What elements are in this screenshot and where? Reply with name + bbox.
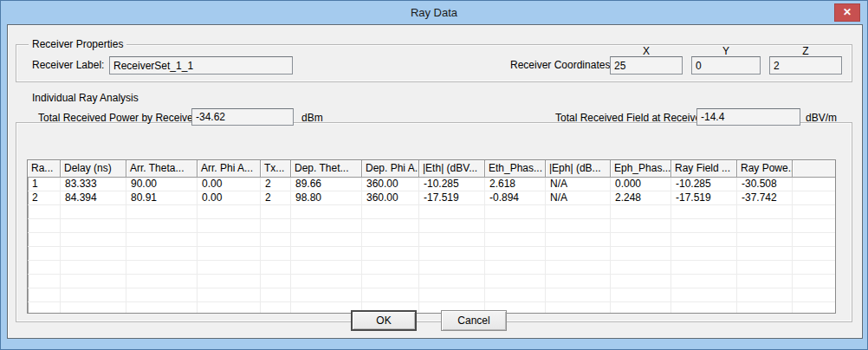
table-cell xyxy=(261,302,291,314)
table-cell: -30.508 xyxy=(737,178,793,191)
table-cell xyxy=(546,219,611,232)
table-cell xyxy=(671,302,737,314)
table-cell xyxy=(546,302,611,314)
coordinate-axis-y: Y xyxy=(691,45,761,57)
table-cell xyxy=(737,288,793,301)
table-cell: 89.66 xyxy=(291,178,362,191)
table-row[interactable]: 284.39480.910.00298.80360.00-17.519-0.89… xyxy=(28,191,835,205)
table-cell xyxy=(737,219,793,232)
table-cell-filler xyxy=(793,275,835,288)
table-row[interactable] xyxy=(28,261,835,275)
coordinate-axis-x: X xyxy=(610,45,683,57)
column-header[interactable]: |Eph| (dB... xyxy=(546,160,611,178)
table-cell xyxy=(261,219,291,232)
table-cell xyxy=(291,233,362,246)
table-cell xyxy=(546,288,611,301)
receiver-label-caption: Receiver Label: xyxy=(32,59,104,71)
cancel-button[interactable]: Cancel xyxy=(441,310,507,331)
table-cell xyxy=(546,205,611,218)
total-power-field[interactable] xyxy=(191,108,294,126)
table-cell: -17.519 xyxy=(671,191,737,204)
column-header[interactable]: Ray Field ... xyxy=(671,160,737,178)
table-cell-filler xyxy=(793,247,835,260)
close-icon[interactable]: ✕ xyxy=(834,3,860,22)
column-header[interactable]: Arr. Phi A... xyxy=(198,160,261,178)
table-cell xyxy=(261,261,291,274)
table-cell xyxy=(126,247,198,260)
table-cell xyxy=(61,233,126,246)
table-cell xyxy=(362,233,419,246)
column-header[interactable]: Delay (ns) xyxy=(61,160,126,178)
table-cell xyxy=(126,233,198,246)
table-cell xyxy=(28,247,61,260)
table-cell xyxy=(261,205,291,218)
table-cell xyxy=(61,247,126,260)
table-cell xyxy=(28,233,61,246)
table-cell xyxy=(291,247,362,260)
column-header[interactable]: Ra... xyxy=(28,160,61,178)
table-cell: -37.742 xyxy=(737,191,793,204)
table-cell xyxy=(611,247,671,260)
table-cell: 360.00 xyxy=(362,178,419,191)
ok-button[interactable]: OK xyxy=(351,310,417,331)
column-header-filler xyxy=(793,160,835,178)
table-cell xyxy=(362,219,419,232)
table-cell-filler xyxy=(793,302,835,314)
table-cell xyxy=(261,288,291,301)
table-cell-filler xyxy=(793,205,835,218)
titlebar[interactable]: Ray Data ✕ xyxy=(1,1,867,24)
table-cell xyxy=(28,288,61,301)
table-cell xyxy=(671,233,737,246)
table-row[interactable] xyxy=(28,247,835,261)
ray-table[interactable]: Ra...Delay (ns)Arr. Theta...Arr. Phi A..… xyxy=(27,159,836,314)
coordinate-y-field[interactable] xyxy=(691,56,761,75)
total-field-field[interactable] xyxy=(696,108,800,126)
table-cell xyxy=(198,261,261,274)
coordinate-x-field[interactable] xyxy=(610,56,683,75)
table-cell xyxy=(61,219,126,232)
table-cell xyxy=(485,288,546,301)
table-row[interactable] xyxy=(28,302,835,314)
table-row[interactable] xyxy=(28,219,835,233)
total-power-unit: dBm xyxy=(301,112,323,124)
table-row[interactable] xyxy=(28,233,835,247)
table-cell xyxy=(28,275,61,288)
table-cell xyxy=(198,233,261,246)
column-header[interactable]: Tx... xyxy=(261,160,291,178)
column-header[interactable]: Dep. Phi A... xyxy=(362,160,419,178)
table-cell xyxy=(61,205,126,218)
column-header[interactable]: |Eth| (dBV... xyxy=(419,160,485,178)
table-row[interactable] xyxy=(28,275,835,288)
table-cell xyxy=(61,261,126,274)
column-header[interactable]: Dep. Thet... xyxy=(291,160,362,178)
column-header[interactable]: Eth_Phas... xyxy=(485,160,546,178)
table-cell: 2 xyxy=(261,178,291,191)
table-cell xyxy=(198,219,261,232)
table-cell xyxy=(198,205,261,218)
table-cell: 360.00 xyxy=(362,191,419,204)
receiver-coordinates-caption: Receiver Coordinates: xyxy=(510,59,613,71)
table-cell xyxy=(737,275,793,288)
table-cell xyxy=(362,288,419,301)
table-cell xyxy=(419,261,485,274)
table-cell xyxy=(671,288,737,301)
table-row[interactable] xyxy=(28,205,835,219)
table-cell xyxy=(419,219,485,232)
table-row[interactable]: 183.33390.000.00289.66360.00-10.2852.618… xyxy=(28,178,835,191)
dialog-content: Receiver Properties Receiver Label: Rece… xyxy=(7,24,863,339)
coordinate-z-field[interactable] xyxy=(769,56,842,75)
column-header[interactable]: Eph_Phas... xyxy=(611,160,671,178)
table-cell xyxy=(485,233,546,246)
table-cell xyxy=(485,219,546,232)
table-cell xyxy=(671,219,737,232)
table-cell xyxy=(485,275,546,288)
column-header[interactable]: Arr. Theta... xyxy=(126,160,198,178)
table-cell xyxy=(291,288,362,301)
table-cell: 0.00 xyxy=(198,178,261,191)
receiver-label-field[interactable] xyxy=(109,56,293,75)
column-header[interactable]: Ray Powe... xyxy=(737,160,793,178)
table-cell xyxy=(126,302,198,314)
table-cell xyxy=(362,247,419,260)
table-row[interactable] xyxy=(28,288,835,302)
table-cell xyxy=(485,247,546,260)
